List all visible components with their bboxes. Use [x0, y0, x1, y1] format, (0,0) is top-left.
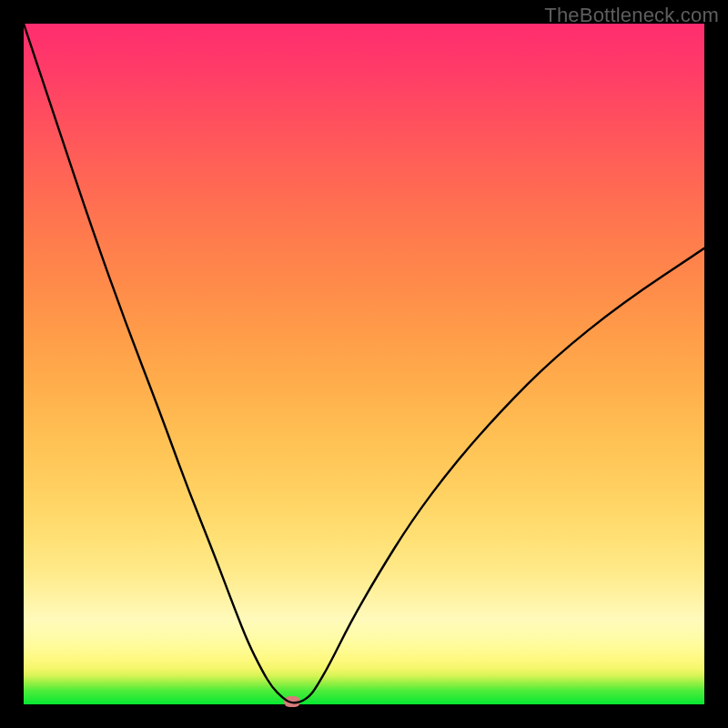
bottleneck-curve	[24, 24, 704, 704]
chart-frame: TheBottleneck.com	[0, 0, 728, 728]
plot-area	[24, 24, 704, 704]
watermark-text: TheBottleneck.com	[544, 4, 719, 27]
curve-path	[24, 24, 704, 703]
